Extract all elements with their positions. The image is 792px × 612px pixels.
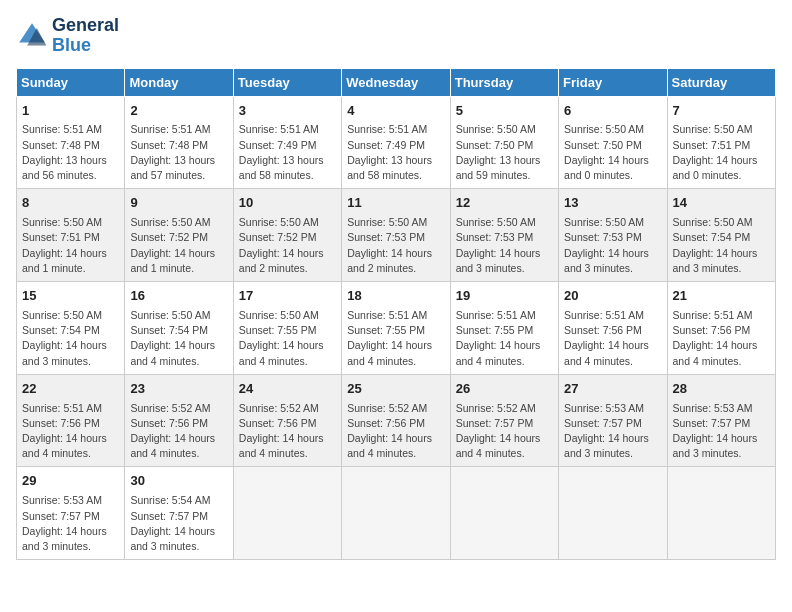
day-info: Sunrise: 5:51 AM Sunset: 7:56 PM Dayligh… <box>22 401 119 462</box>
day-number: 24 <box>239 380 336 399</box>
day-number: 28 <box>673 380 770 399</box>
day-number: 1 <box>22 102 119 121</box>
calendar-cell: 18Sunrise: 5:51 AM Sunset: 7:55 PM Dayli… <box>342 282 450 375</box>
day-number: 5 <box>456 102 553 121</box>
calendar-cell <box>667 467 775 560</box>
day-info: Sunrise: 5:53 AM Sunset: 7:57 PM Dayligh… <box>564 401 661 462</box>
calendar-cell: 24Sunrise: 5:52 AM Sunset: 7:56 PM Dayli… <box>233 374 341 467</box>
day-info: Sunrise: 5:51 AM Sunset: 7:49 PM Dayligh… <box>347 122 444 183</box>
weekday-header-row: SundayMondayTuesdayWednesdayThursdayFrid… <box>17 68 776 96</box>
calendar-cell: 5Sunrise: 5:50 AM Sunset: 7:50 PM Daylig… <box>450 96 558 189</box>
calendar-cell: 17Sunrise: 5:50 AM Sunset: 7:55 PM Dayli… <box>233 282 341 375</box>
day-info: Sunrise: 5:50 AM Sunset: 7:53 PM Dayligh… <box>456 215 553 276</box>
calendar-week-3: 15Sunrise: 5:50 AM Sunset: 7:54 PM Dayli… <box>17 282 776 375</box>
weekday-friday: Friday <box>559 68 667 96</box>
day-info: Sunrise: 5:53 AM Sunset: 7:57 PM Dayligh… <box>22 493 119 554</box>
calendar-week-4: 22Sunrise: 5:51 AM Sunset: 7:56 PM Dayli… <box>17 374 776 467</box>
calendar-cell: 12Sunrise: 5:50 AM Sunset: 7:53 PM Dayli… <box>450 189 558 282</box>
day-info: Sunrise: 5:51 AM Sunset: 7:56 PM Dayligh… <box>564 308 661 369</box>
calendar-cell <box>559 467 667 560</box>
calendar-cell: 19Sunrise: 5:51 AM Sunset: 7:55 PM Dayli… <box>450 282 558 375</box>
calendar-cell: 25Sunrise: 5:52 AM Sunset: 7:56 PM Dayli… <box>342 374 450 467</box>
calendar-cell: 29Sunrise: 5:53 AM Sunset: 7:57 PM Dayli… <box>17 467 125 560</box>
day-number: 18 <box>347 287 444 306</box>
day-info: Sunrise: 5:51 AM Sunset: 7:49 PM Dayligh… <box>239 122 336 183</box>
calendar-table: SundayMondayTuesdayWednesdayThursdayFrid… <box>16 68 776 561</box>
day-info: Sunrise: 5:51 AM Sunset: 7:55 PM Dayligh… <box>456 308 553 369</box>
day-info: Sunrise: 5:50 AM Sunset: 7:51 PM Dayligh… <box>22 215 119 276</box>
day-info: Sunrise: 5:50 AM Sunset: 7:50 PM Dayligh… <box>564 122 661 183</box>
day-number: 8 <box>22 194 119 213</box>
weekday-sunday: Sunday <box>17 68 125 96</box>
weekday-saturday: Saturday <box>667 68 775 96</box>
day-number: 15 <box>22 287 119 306</box>
calendar-cell <box>233 467 341 560</box>
day-number: 29 <box>22 472 119 491</box>
day-number: 30 <box>130 472 227 491</box>
calendar-cell: 3Sunrise: 5:51 AM Sunset: 7:49 PM Daylig… <box>233 96 341 189</box>
calendar-cell: 14Sunrise: 5:50 AM Sunset: 7:54 PM Dayli… <box>667 189 775 282</box>
calendar-cell: 4Sunrise: 5:51 AM Sunset: 7:49 PM Daylig… <box>342 96 450 189</box>
day-number: 2 <box>130 102 227 121</box>
day-number: 7 <box>673 102 770 121</box>
day-info: Sunrise: 5:52 AM Sunset: 7:56 PM Dayligh… <box>347 401 444 462</box>
day-number: 17 <box>239 287 336 306</box>
day-info: Sunrise: 5:51 AM Sunset: 7:55 PM Dayligh… <box>347 308 444 369</box>
day-number: 27 <box>564 380 661 399</box>
day-number: 25 <box>347 380 444 399</box>
day-number: 9 <box>130 194 227 213</box>
logo: General Blue <box>16 16 119 56</box>
calendar-week-5: 29Sunrise: 5:53 AM Sunset: 7:57 PM Dayli… <box>17 467 776 560</box>
day-info: Sunrise: 5:51 AM Sunset: 7:48 PM Dayligh… <box>22 122 119 183</box>
day-number: 21 <box>673 287 770 306</box>
calendar-cell: 30Sunrise: 5:54 AM Sunset: 7:57 PM Dayli… <box>125 467 233 560</box>
day-info: Sunrise: 5:50 AM Sunset: 7:53 PM Dayligh… <box>564 215 661 276</box>
day-info: Sunrise: 5:50 AM Sunset: 7:52 PM Dayligh… <box>239 215 336 276</box>
day-info: Sunrise: 5:50 AM Sunset: 7:51 PM Dayligh… <box>673 122 770 183</box>
day-info: Sunrise: 5:52 AM Sunset: 7:56 PM Dayligh… <box>130 401 227 462</box>
weekday-monday: Monday <box>125 68 233 96</box>
day-info: Sunrise: 5:52 AM Sunset: 7:56 PM Dayligh… <box>239 401 336 462</box>
calendar-cell: 26Sunrise: 5:52 AM Sunset: 7:57 PM Dayli… <box>450 374 558 467</box>
day-number: 14 <box>673 194 770 213</box>
day-info: Sunrise: 5:54 AM Sunset: 7:57 PM Dayligh… <box>130 493 227 554</box>
weekday-thursday: Thursday <box>450 68 558 96</box>
day-number: 3 <box>239 102 336 121</box>
calendar-cell: 21Sunrise: 5:51 AM Sunset: 7:56 PM Dayli… <box>667 282 775 375</box>
calendar-cell: 6Sunrise: 5:50 AM Sunset: 7:50 PM Daylig… <box>559 96 667 189</box>
calendar-cell: 15Sunrise: 5:50 AM Sunset: 7:54 PM Dayli… <box>17 282 125 375</box>
day-number: 13 <box>564 194 661 213</box>
day-number: 22 <box>22 380 119 399</box>
calendar-week-1: 1Sunrise: 5:51 AM Sunset: 7:48 PM Daylig… <box>17 96 776 189</box>
calendar-cell: 9Sunrise: 5:50 AM Sunset: 7:52 PM Daylig… <box>125 189 233 282</box>
day-number: 16 <box>130 287 227 306</box>
calendar-cell: 28Sunrise: 5:53 AM Sunset: 7:57 PM Dayli… <box>667 374 775 467</box>
day-info: Sunrise: 5:51 AM Sunset: 7:56 PM Dayligh… <box>673 308 770 369</box>
logo-icon <box>16 20 48 52</box>
calendar-cell: 13Sunrise: 5:50 AM Sunset: 7:53 PM Dayli… <box>559 189 667 282</box>
day-number: 6 <box>564 102 661 121</box>
day-info: Sunrise: 5:53 AM Sunset: 7:57 PM Dayligh… <box>673 401 770 462</box>
calendar-cell: 2Sunrise: 5:51 AM Sunset: 7:48 PM Daylig… <box>125 96 233 189</box>
calendar-cell: 11Sunrise: 5:50 AM Sunset: 7:53 PM Dayli… <box>342 189 450 282</box>
calendar-week-2: 8Sunrise: 5:50 AM Sunset: 7:51 PM Daylig… <box>17 189 776 282</box>
calendar-cell: 8Sunrise: 5:50 AM Sunset: 7:51 PM Daylig… <box>17 189 125 282</box>
day-info: Sunrise: 5:50 AM Sunset: 7:50 PM Dayligh… <box>456 122 553 183</box>
weekday-wednesday: Wednesday <box>342 68 450 96</box>
day-info: Sunrise: 5:50 AM Sunset: 7:54 PM Dayligh… <box>673 215 770 276</box>
day-info: Sunrise: 5:50 AM Sunset: 7:53 PM Dayligh… <box>347 215 444 276</box>
calendar-cell: 20Sunrise: 5:51 AM Sunset: 7:56 PM Dayli… <box>559 282 667 375</box>
day-info: Sunrise: 5:50 AM Sunset: 7:52 PM Dayligh… <box>130 215 227 276</box>
calendar-cell <box>450 467 558 560</box>
page-header: General Blue <box>16 16 776 56</box>
day-number: 19 <box>456 287 553 306</box>
calendar-cell <box>342 467 450 560</box>
calendar-cell: 27Sunrise: 5:53 AM Sunset: 7:57 PM Dayli… <box>559 374 667 467</box>
day-info: Sunrise: 5:51 AM Sunset: 7:48 PM Dayligh… <box>130 122 227 183</box>
calendar-cell: 16Sunrise: 5:50 AM Sunset: 7:54 PM Dayli… <box>125 282 233 375</box>
day-number: 23 <box>130 380 227 399</box>
day-info: Sunrise: 5:52 AM Sunset: 7:57 PM Dayligh… <box>456 401 553 462</box>
day-number: 20 <box>564 287 661 306</box>
calendar-cell: 1Sunrise: 5:51 AM Sunset: 7:48 PM Daylig… <box>17 96 125 189</box>
day-number: 26 <box>456 380 553 399</box>
